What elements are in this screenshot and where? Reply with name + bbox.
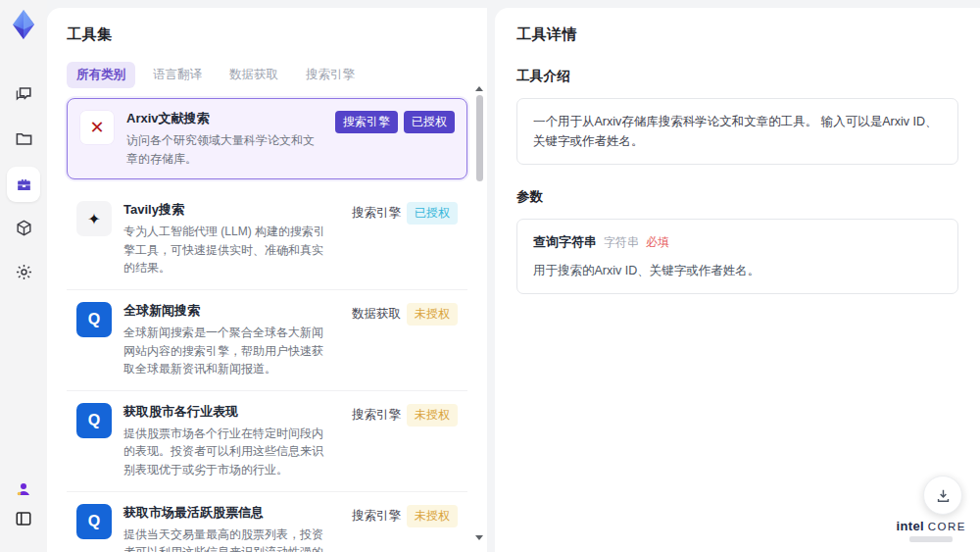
cube-icon[interactable]	[0, 219, 47, 237]
brand-primary: intel	[897, 519, 924, 533]
tool-description: 提供股票市场各个行业在特定时间段内的表现。投资者可以利用这些信息来识别表现优于或…	[123, 425, 332, 479]
param-required-badge: 必填	[646, 233, 669, 252]
param-box: 查询字符串 字符串 必填 用于搜索的Arxiv ID、关键字或作者姓名。	[516, 219, 958, 294]
category-tab[interactable]: 搜索引擎	[296, 62, 365, 88]
left-rail	[0, 0, 47, 552]
folder-icon[interactable]	[0, 129, 47, 148]
toolbox-icon[interactable]	[0, 176, 47, 194]
intro-box: 一个用于从Arxiv存储库搜索科学论文和文章的工具。 输入可以是Arxiv ID…	[516, 98, 958, 165]
brand-subtitle	[909, 536, 953, 542]
news-service-icon: Q	[76, 302, 112, 337]
scroll-down-arrow-icon[interactable]	[475, 535, 483, 540]
category-tab[interactable]: 语言翻译	[143, 62, 212, 88]
gear-icon[interactable]	[0, 263, 47, 281]
param-description: 用于搜索的Arxiv ID、关键字或作者姓名。	[533, 261, 942, 280]
collapse-panel-icon[interactable]	[0, 510, 47, 527]
toolset-panel: 工具集 所有类别语言翻译数据获取搜索引擎 ✕Arxiv文献搜索访问各个研究领域大…	[47, 8, 487, 552]
brand-secondary: CORE	[928, 521, 966, 532]
tool-description: 访问各个研究领域大量科学论文和文章的存储库。	[126, 131, 323, 168]
chat-icon[interactable]	[0, 84, 47, 103]
tool-detail-panel: 工具详情 工具介绍 一个用于从Arxiv存储库搜索科学论文和文章的工具。 输入可…	[495, 8, 980, 552]
list-scrollbar[interactable]	[474, 86, 484, 540]
param-type: 字符串	[604, 233, 639, 252]
params-heading: 参数	[516, 188, 958, 206]
tool-name: Tavily搜索	[123, 201, 332, 219]
tool-category: 搜索引擎	[335, 111, 398, 133]
tool-card[interactable]: Q全球新闻搜索全球新闻搜索是一个聚合全球各大新闻网站内容的搜索引擎，帮助用户快速…	[67, 289, 467, 390]
tool-status-badge: 未授权	[407, 303, 458, 326]
tool-description: 专为人工智能代理 (LLM) 构建的搜索引擎工具，可快速提供实时、准确和真实的结…	[123, 223, 332, 277]
tool-description: 提供当天交易量最高的股票列表，投资者可以利用这些信息来识别流动性强的股票和潜在的…	[123, 526, 332, 552]
toolset-title: 工具集	[67, 25, 467, 44]
category-tabs: 所有类别语言翻译数据获取搜索引擎	[67, 62, 467, 88]
tool-name: 全球新闻搜索	[123, 302, 332, 320]
tool-description: 全球新闻搜索是一个聚合全球各大新闻网站内容的搜索引擎，帮助用户快速获取全球最新资…	[123, 324, 332, 378]
tavily-star-icon: ✦	[76, 201, 112, 236]
intro-heading: 工具介绍	[516, 68, 958, 85]
tool-card[interactable]: Q获取市场最活跃股票信息提供当天交易量最高的股票列表，投资者可以利用这些信息来识…	[67, 491, 467, 552]
category-tab[interactable]: 所有类别	[67, 62, 135, 88]
tool-status-badge: 已授权	[407, 202, 458, 225]
scroll-up-arrow-icon[interactable]	[475, 86, 483, 91]
category-tab[interactable]: 数据获取	[220, 62, 288, 88]
tool-category: 搜索引擎	[352, 205, 401, 222]
active-stock-icon: Q	[76, 504, 112, 539]
tool-category: 搜索引擎	[352, 407, 401, 424]
tool-status-badge: 未授权	[407, 505, 458, 527]
tool-card[interactable]: ✕Arxiv文献搜索访问各个研究领域大量科学论文和文章的存储库。搜索引擎已授权	[67, 98, 467, 179]
download-icon	[935, 487, 952, 504]
tool-category: 搜索引擎	[352, 508, 401, 525]
tool-name: 获取股市各行业表现	[123, 403, 332, 421]
tool-list: ✕Arxiv文献搜索访问各个研究领域大量科学论文和文章的存储库。搜索引擎已授权✦…	[67, 98, 467, 552]
avatar-icon[interactable]	[0, 480, 47, 498]
tool-status-badge: 未授权	[407, 404, 458, 427]
detail-title: 工具详情	[516, 25, 958, 44]
tool-card[interactable]: ✦Tavily搜索专为人工智能代理 (LLM) 构建的搜索引擎工具，可快速提供实…	[67, 189, 467, 289]
app-logo-icon[interactable]	[0, 8, 47, 41]
param-name: 查询字符串	[533, 232, 597, 253]
tool-category: 数据获取	[352, 306, 401, 323]
tool-name: Arxiv文献搜索	[126, 110, 323, 127]
scrollbar-thumb[interactable]	[476, 95, 483, 181]
stock-sector-icon: Q	[76, 403, 112, 438]
intro-text: 一个用于从Arxiv存储库搜索科学论文和文章的工具。 输入可以是Arxiv ID…	[533, 115, 938, 148]
download-button[interactable]	[923, 476, 962, 515]
arxiv-logo-icon: ✕	[79, 110, 115, 145]
tool-status-badge: 已授权	[404, 111, 455, 133]
intel-core-logo: intel CORE	[897, 520, 966, 543]
tool-card[interactable]: Q获取股市各行业表现提供股票市场各个行业在特定时间段内的表现。投资者可以利用这些…	[67, 390, 467, 491]
tool-name: 获取市场最活跃股票信息	[123, 504, 332, 522]
